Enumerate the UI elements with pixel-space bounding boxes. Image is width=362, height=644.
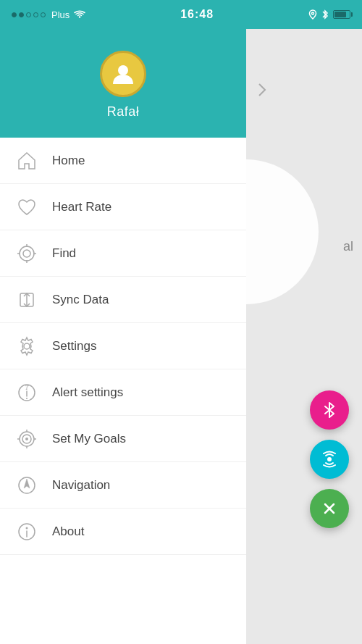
partial-text: al [343,239,353,254]
sidebar-item-settings-label: Settings [52,339,96,354]
svg-point-10 [24,343,30,349]
dot-3 [26,12,31,17]
close-fab-icon [321,500,338,517]
sidebar-item-navigation[interactable]: Navigation [0,462,246,509]
person-icon [110,61,136,87]
svg-point-3 [23,250,30,257]
battery-fill [334,12,346,17]
sidebar-item-alert-settings[interactable]: T Alert settings [0,369,246,416]
sidebar-item-sync-data[interactable]: Sync Data [0,277,246,323]
carrier-label: Plus [51,9,70,20]
wifi-icon [74,10,85,19]
sidebar-item-settings[interactable]: Settings [0,323,246,369]
location-icon [308,9,317,20]
dot-2 [19,12,24,17]
sidebar-item-navigation-label: Navigation [52,478,110,493]
right-panel: al [246,29,362,644]
status-time: 16:48 [180,8,214,21]
dot-1 [12,12,17,17]
goals-icon [14,427,39,451]
svg-point-1 [118,65,128,75]
sidebar-item-heart-rate-label: Heart Rate [52,200,111,214]
svg-point-0 [312,12,314,14]
sidebar-item-about[interactable]: About [0,509,246,555]
target-icon [14,241,39,266]
dot-5 [41,12,46,17]
bluetooth-fab-icon [321,401,338,419]
status-bar: Plus 16:48 [0,0,362,29]
sidebar-item-set-my-goals[interactable]: Set My Goals [0,416,246,462]
signal-dots [12,12,46,17]
sidebar-item-sync-data-label: Sync Data [52,293,109,307]
signal-fab-icon [321,451,338,468]
dot-4 [33,12,38,17]
sidebar-item-home[interactable]: Home [0,138,246,184]
sidebar: Rafał Home Heart Rate [0,29,246,644]
sidebar-item-set-my-goals-label: Set My Goals [52,432,126,446]
close-fab-button[interactable] [310,489,349,528]
sidebar-item-about-label: About [52,524,84,539]
home-icon [14,149,39,173]
svg-marker-23 [24,479,30,488]
main-container: Rafał Home Heart Rate [0,29,362,644]
bluetooth-fab-button[interactable] [310,390,349,430]
fab-container [310,390,349,528]
svg-point-27 [327,457,332,461]
drawer-close-button[interactable] [252,80,272,100]
sidebar-item-find[interactable]: Find [0,230,246,277]
sync-icon [14,288,39,312]
status-left: Plus [12,9,85,20]
sidebar-item-find-label: Find [52,246,76,261]
settings-icon [14,334,39,359]
sidebar-item-alert-settings-label: Alert settings [52,385,123,400]
status-right [308,9,350,20]
sidebar-item-heart-rate[interactable]: Heart Rate [0,184,246,230]
bluetooth-status-icon [321,9,329,20]
navigation-icon [14,473,39,498]
profile-name: Rafał [107,104,140,120]
profile-header: Rafał [0,29,246,138]
alert-icon: T [14,380,39,405]
avatar [100,51,146,97]
battery-icon [333,10,350,19]
info-icon [14,519,39,544]
menu-list: Home Heart Rate [0,138,246,644]
svg-point-2 [20,246,34,261]
svg-point-21 [25,438,28,440]
signal-fab-button[interactable] [310,440,349,479]
svg-point-25 [26,527,28,529]
heart-icon [14,195,39,219]
sidebar-item-home-label: Home [52,154,85,168]
svg-point-14 [26,398,28,399]
